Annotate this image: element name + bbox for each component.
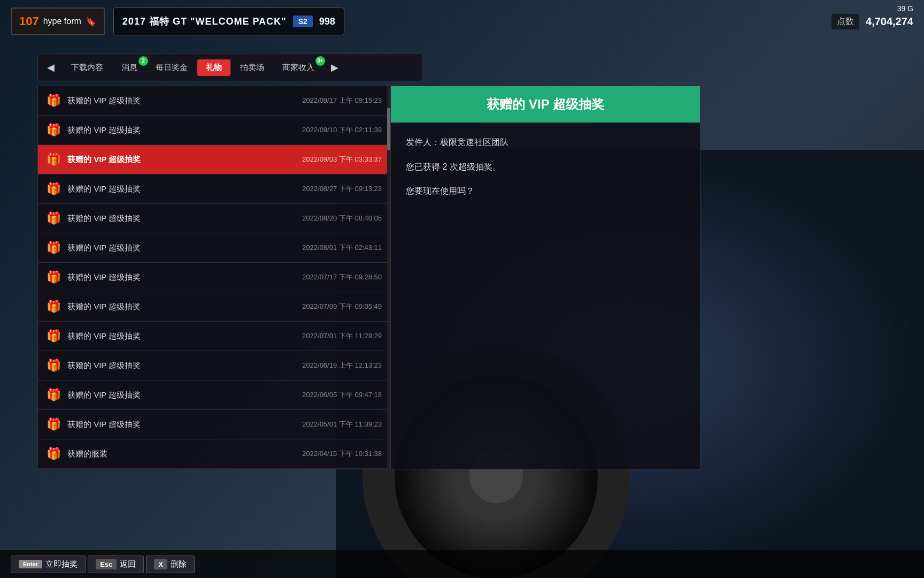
gift-icon: 🎁 bbox=[47, 329, 61, 343]
tab-gifts[interactable]: 礼物 bbox=[197, 59, 230, 76]
esc-key: Esc bbox=[96, 559, 117, 569]
detail-header: 获赠的 VIP 超级抽奖 bbox=[391, 86, 700, 123]
message-title: 获赠的 VIP 超级抽奖 bbox=[67, 125, 296, 135]
message-title: 获赠的 VIP 超级抽奖 bbox=[67, 390, 296, 400]
message-list: 🎁获赠的 VIP 超级抽奖2022/09/17 上午 09:15:23🎁获赠的 … bbox=[37, 86, 390, 469]
message-date: 2022/08/27 下午 09:13:23 bbox=[302, 184, 382, 194]
message-title: 获赠的 VIP 超级抽奖 bbox=[67, 243, 296, 253]
message-date: 2022/09/03 下午 03:33:37 bbox=[302, 155, 382, 164]
message-title: 获赠的服装 bbox=[67, 449, 296, 459]
car-title-badge: 2017 福特 GT "WELCOME PACK" S2 998 bbox=[113, 7, 344, 35]
topbar: 107 hype form 🔖 2017 福特 GT "WELCOME PACK… bbox=[0, 0, 924, 43]
message-item-10[interactable]: 🎁获赠的 VIP 超级抽奖2022/06/05 下午 09:47:18 bbox=[38, 381, 390, 410]
content-area: 🎁获赠的 VIP 超级抽奖2022/09/17 上午 09:15:23🎁获赠的 … bbox=[37, 86, 711, 469]
tab-merchant[interactable]: 商家收入9+ bbox=[274, 59, 323, 76]
message-title: 获赠的 VIP 超级抽奖 bbox=[67, 361, 296, 371]
x-label: 删除 bbox=[171, 559, 187, 569]
scroll-thumb[interactable] bbox=[387, 108, 390, 150]
gift-icon: 🎁 bbox=[47, 153, 61, 166]
message-title: 获赠的 VIP 超级抽奖 bbox=[67, 155, 296, 165]
x-key: X bbox=[154, 559, 167, 569]
nav-prev-button[interactable]: ◀ bbox=[40, 57, 61, 78]
gift-icon: 🎁 bbox=[47, 94, 61, 108]
car-title: 2017 福特 GT "WELCOME PACK" bbox=[122, 15, 287, 28]
hype-icon: 🔖 bbox=[86, 17, 96, 27]
message-date: 2022/08/20 下午 08:40:05 bbox=[302, 214, 382, 223]
message-item-0[interactable]: 🎁获赠的 VIP 超级抽奖2022/09/17 上午 09:15:23 bbox=[38, 86, 390, 116]
scroll-track bbox=[387, 86, 390, 469]
detail-body: 发件人：极限竞速社区团队 您已获得 2 次超级抽奖。 您要现在使用吗？ bbox=[391, 123, 700, 211]
gift-icon: 🎁 bbox=[47, 447, 61, 461]
message-item-7[interactable]: 🎁获赠的 VIP 超级抽奖2022/07/09 下午 09:05:49 bbox=[38, 292, 390, 322]
message-item-5[interactable]: 🎁获赠的 VIP 超级抽奖2022/08/01 下午 02:43:11 bbox=[38, 233, 390, 263]
main-content: ◀ 下载内容消息2每日奖金礼物拍卖场商家收入9+ ▶ 🎁获赠的 VIP 超级抽奖… bbox=[37, 54, 882, 469]
tab-download[interactable]: 下载内容 bbox=[63, 59, 112, 76]
message-item-12[interactable]: 🎁获赠的服装2022/04/15 下午 10:31:38 bbox=[38, 439, 390, 469]
esc-label: 返回 bbox=[120, 559, 136, 569]
detail-panel: 获赠的 VIP 超级抽奖 发件人：极限竞速社区团队 您已获得 2 次超级抽奖。 … bbox=[390, 86, 700, 469]
message-date: 2022/08/01 下午 02:43:11 bbox=[302, 243, 382, 253]
message-title: 获赠的 VIP 超级抽奖 bbox=[67, 96, 296, 106]
message-date: 2022/09/10 下午 02:11:39 bbox=[302, 125, 382, 135]
tab-auction[interactable]: 拍卖场 bbox=[232, 59, 273, 76]
message-title: 获赠的 VIP 超级抽奖 bbox=[67, 272, 296, 283]
message-date: 2022/07/09 下午 09:05:49 bbox=[302, 302, 382, 311]
enter-button[interactable]: Enter 立即抽奖 bbox=[11, 556, 86, 573]
nav-tabs: ◀ 下载内容消息2每日奖金礼物拍卖场商家收入9+ ▶ bbox=[37, 54, 422, 81]
s2-badge: S2 bbox=[293, 16, 313, 27]
message-item-8[interactable]: 🎁获赠的 VIP 超级抽奖2022/07/01 下午 11:29:29 bbox=[38, 322, 390, 351]
topbar-right: 点数 4,704,274 bbox=[831, 14, 913, 29]
gift-icon: 🎁 bbox=[47, 123, 61, 137]
message-title: 获赠的 VIP 超级抽奖 bbox=[67, 420, 296, 430]
gift-icon: 🎁 bbox=[47, 241, 61, 255]
car-score: 998 bbox=[319, 16, 335, 27]
gift-icon: 🎁 bbox=[47, 270, 61, 284]
bottom-bar: Enter 立即抽奖 Esc 返回 X 删除 bbox=[0, 550, 924, 578]
points-value: 4,704,274 bbox=[866, 16, 913, 28]
x-button[interactable]: X 删除 bbox=[146, 556, 195, 573]
message-list-container: 🎁获赠的 VIP 超级抽奖2022/09/17 上午 09:15:23🎁获赠的 … bbox=[38, 86, 390, 469]
gift-icon: 🎁 bbox=[47, 359, 61, 372]
gift-icon: 🎁 bbox=[47, 300, 61, 314]
gift-icon: 🎁 bbox=[47, 182, 61, 196]
tab-daily[interactable]: 每日奖金 bbox=[147, 59, 196, 76]
message-date: 2022/04/15 下午 10:31:38 bbox=[302, 449, 382, 459]
hype-text: hype form bbox=[43, 17, 81, 26]
message-item-6[interactable]: 🎁获赠的 VIP 超级抽奖2022/07/17 下午 09:28:50 bbox=[38, 263, 390, 292]
detail-header-text: 获赠的 VIP 超级抽奖 bbox=[487, 97, 604, 111]
hype-badge: 107 hype form 🔖 bbox=[11, 7, 105, 35]
message-date: 2022/06/19 上午 12:13:23 bbox=[302, 361, 382, 370]
gift-icon: 🎁 bbox=[47, 417, 61, 431]
message-item-3[interactable]: 🎁获赠的 VIP 超级抽奖2022/08/27 下午 09:13:23 bbox=[38, 174, 390, 204]
message-date: 2022/06/05 下午 09:47:18 bbox=[302, 390, 382, 400]
message-item-2[interactable]: 🎁获赠的 VIP 超级抽奖2022/09/03 下午 03:33:37 bbox=[38, 145, 390, 174]
nav-next-button[interactable]: ▶ bbox=[324, 57, 345, 78]
message-title: 获赠的 VIP 超级抽奖 bbox=[67, 184, 296, 194]
detail-from: 发件人：极限竞速社区团队 bbox=[406, 135, 685, 149]
detail-question: 您要现在使用吗？ bbox=[406, 184, 685, 198]
gift-icon: 🎁 bbox=[47, 211, 61, 225]
message-date: 2022/09/17 上午 09:15:23 bbox=[302, 96, 382, 105]
gift-icon: 🎁 bbox=[47, 388, 61, 402]
esc-button[interactable]: Esc 返回 bbox=[88, 556, 144, 573]
enter-key: Enter bbox=[19, 560, 42, 568]
message-item-11[interactable]: 🎁获赠的 VIP 超级抽奖2022/05/01 下午 11:39:23 bbox=[38, 410, 390, 439]
message-item-1[interactable]: 🎁获赠的 VIP 超级抽奖2022/09/10 下午 02:11:39 bbox=[38, 116, 390, 145]
message-title: 获赠的 VIP 超级抽奖 bbox=[67, 302, 296, 312]
hype-number: 107 bbox=[19, 14, 39, 28]
message-date: 2022/07/01 下午 11:29:29 bbox=[302, 331, 382, 341]
message-item-4[interactable]: 🎁获赠的 VIP 超级抽奖2022/08/20 下午 08:40:05 bbox=[38, 204, 390, 233]
tabs-container: 下载内容消息2每日奖金礼物拍卖场商家收入9+ bbox=[63, 59, 323, 76]
message-date: 2022/07/17 下午 09:28:50 bbox=[302, 272, 382, 282]
enter-label: 立即抽奖 bbox=[45, 559, 78, 569]
message-date: 2022/05/01 下午 11:39:23 bbox=[302, 420, 382, 429]
points-label: 点数 bbox=[831, 14, 859, 29]
fps-counter: 39 G bbox=[897, 4, 913, 13]
tab-messages[interactable]: 消息2 bbox=[113, 59, 146, 76]
message-title: 获赠的 VIP 超级抽奖 bbox=[67, 214, 296, 224]
message-title: 获赠的 VIP 超级抽奖 bbox=[67, 331, 296, 341]
detail-count: 您已获得 2 次超级抽奖。 bbox=[406, 160, 685, 174]
message-item-9[interactable]: 🎁获赠的 VIP 超级抽奖2022/06/19 上午 12:13:23 bbox=[38, 351, 390, 381]
